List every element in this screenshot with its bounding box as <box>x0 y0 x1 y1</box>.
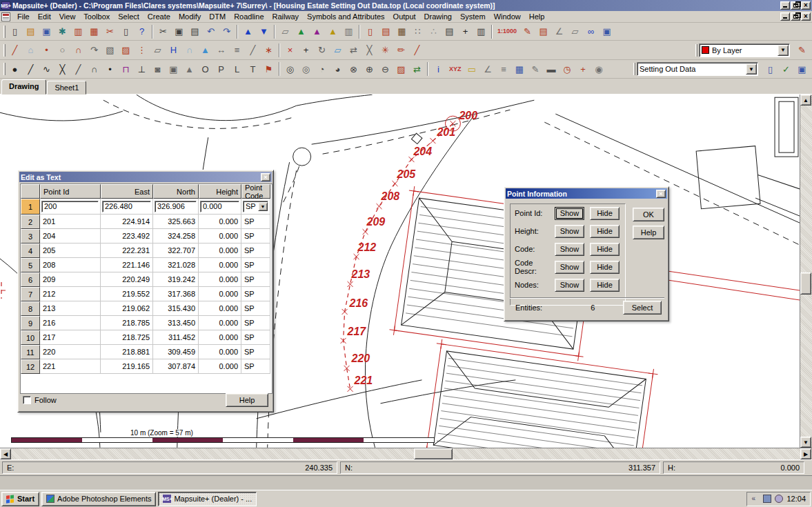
table-edit-icon[interactable]: ▥ <box>473 24 489 39</box>
cell-height[interactable]: 0.000 <box>199 330 241 345</box>
cell-point-id[interactable]: 205 <box>40 243 101 258</box>
pan-refresh-icon[interactable]: ⇄ <box>409 62 425 77</box>
polygon-icon[interactable]: ⌂ <box>23 43 39 57</box>
snap-perp-icon[interactable]: ⊥ <box>134 62 150 77</box>
pen-check-icon[interactable]: ✓ <box>778 62 794 77</box>
tray-network-icon[interactable] <box>763 495 771 503</box>
snap-intersect-icon[interactable]: ╳ <box>55 62 70 77</box>
delete-icon[interactable]: × <box>282 43 298 57</box>
letter-l-icon[interactable]: L <box>229 62 245 77</box>
dim-horizontal-icon[interactable]: ↔ <box>213 43 229 57</box>
scale-window-icon[interactable]: ▱ <box>330 43 346 57</box>
help-button[interactable]: Help <box>226 393 268 407</box>
zoom-dynamic-icon[interactable]: ◔ <box>314 62 330 77</box>
point-icon[interactable]: • <box>39 43 55 57</box>
cell-height[interactable]: 0.000 <box>199 258 241 272</box>
cell-height[interactable]: 0.000 <box>199 215 241 229</box>
cell-east[interactable]: 218.785 <box>101 316 153 330</box>
row-header-9[interactable]: 9 <box>21 316 40 330</box>
pen-line-icon[interactable]: ╱ <box>7 43 23 57</box>
vertical-scrollbar[interactable]: ▲ ▼ <box>800 95 812 448</box>
hide-button[interactable]: Hide <box>590 279 620 292</box>
cell-east[interactable]: 221.146 <box>101 258 153 272</box>
setting-out-line[interactable] <box>344 123 453 389</box>
cell-point-id[interactable]: 213 <box>40 301 101 316</box>
select-button[interactable]: Select <box>623 301 662 315</box>
help-icon[interactable]: ? <box>134 24 150 39</box>
clock-icon[interactable]: ◷ <box>560 62 575 77</box>
menu-roadline[interactable]: Roadline <box>230 12 268 21</box>
copy-attributes-icon[interactable]: ▱ <box>277 24 293 39</box>
paste-attributes-icon[interactable]: ▥ <box>341 24 357 39</box>
copy-parallel-icon[interactable]: ▱ <box>150 43 166 57</box>
dome-icon[interactable]: ∩ <box>181 43 197 57</box>
new-file-icon[interactable]: ▯ <box>7 24 23 39</box>
zoom-polygon-icon[interactable]: ◎ <box>298 62 314 77</box>
cell-height[interactable]: 0.000 <box>199 243 241 258</box>
measure-ruler-icon[interactable]: ▭ <box>464 62 480 77</box>
scale-1-1000-icon[interactable]: 1:1000 <box>495 24 519 39</box>
scroll-down-arrow[interactable]: ▼ <box>800 437 811 448</box>
sketch-pen-icon[interactable]: ✎ <box>528 62 544 77</box>
cell-code[interactable]: SP <box>241 272 270 287</box>
sort-up-icon[interactable]: ▲ <box>240 24 256 39</box>
tray-volume-icon[interactable] <box>775 495 783 503</box>
paste-icon[interactable]: ▤ <box>187 24 203 39</box>
row-header-4[interactable]: 4 <box>21 243 40 258</box>
cell-height[interactable]: 0.000 <box>199 229 241 243</box>
row-header-5[interactable]: 5 <box>21 258 40 272</box>
network-icon[interactable]: ⋮ <box>134 43 150 57</box>
binoculars-icon[interactable]: ∞ <box>583 24 599 39</box>
show-button[interactable]: Show <box>555 225 584 238</box>
row-header-12[interactable]: 12 <box>21 359 40 374</box>
snap-lock-icon[interactable]: ◙ <box>150 62 166 77</box>
save-run-icon[interactable]: ▣ <box>794 62 810 77</box>
dropper-pen-icon[interactable]: ✎ <box>794 43 810 57</box>
detach-icon[interactable]: ✂ <box>102 24 118 39</box>
cell-north[interactable]: 324.258 <box>153 229 199 243</box>
cell-north[interactable]: 309.459 <box>153 345 199 359</box>
snap-lock-2-icon[interactable]: ▣ <box>166 62 181 77</box>
export-file-icon[interactable]: ▦ <box>86 24 102 39</box>
offset-icon[interactable]: ⇄ <box>346 43 362 57</box>
snap-pair-icon[interactable]: ∿ <box>39 62 55 77</box>
snap-grid-icon[interactable]: ⊓ <box>118 62 134 77</box>
menu-window[interactable]: Window <box>490 12 525 21</box>
show-button[interactable]: Show <box>555 243 584 256</box>
page-36-icon[interactable]: ▱ <box>567 24 583 39</box>
scroll-right-arrow[interactable]: ▶ <box>800 448 811 459</box>
abacus-icon[interactable]: ▦ <box>394 24 410 39</box>
point-marker-201[interactable] <box>430 138 435 143</box>
cell-height[interactable]: 0.000 <box>199 272 241 287</box>
cell-code[interactable]: SP <box>241 243 270 258</box>
menu-toolbox[interactable]: Toolbox <box>79 12 114 21</box>
ladder-icon[interactable]: ≡ <box>229 43 245 57</box>
snap-flag-icon[interactable]: ⚑ <box>261 62 277 77</box>
menu-dtm[interactable]: DTM <box>205 12 230 21</box>
line-diagonal-icon[interactable]: ╱ <box>245 43 261 57</box>
cell-code[interactable]: SP <box>241 301 270 316</box>
hide-button[interactable]: Hide <box>590 243 620 256</box>
page-red-2-icon[interactable]: ▤ <box>378 24 394 39</box>
menu-modify[interactable]: Modify <box>175 12 205 21</box>
small-grids-icon[interactable]: ∷ <box>410 24 426 39</box>
plot-icon[interactable]: ✱ <box>55 24 70 39</box>
row-header-7[interactable]: 7 <box>21 287 40 301</box>
tab-sheet1[interactable]: Sheet1 <box>47 81 86 95</box>
cell-code[interactable]: SP <box>241 359 270 374</box>
cell-point-id[interactable]: 220 <box>40 345 101 359</box>
point-marker-205[interactable] <box>393 181 398 186</box>
layers-icon[interactable]: ≡ <box>496 62 512 77</box>
circle-icon[interactable]: ○ <box>55 43 70 57</box>
import-file-icon[interactable]: ▥ <box>70 24 86 39</box>
cell-point-id[interactable]: 212 <box>40 287 101 301</box>
row-header-2[interactable]: 2 <box>21 215 40 229</box>
open-folder-icon[interactable]: ▤ <box>23 24 39 39</box>
hide-button[interactable]: Hide <box>590 225 620 238</box>
mdi-close-button[interactable]: × <box>801 12 811 21</box>
scroll-left-arrow[interactable]: ◀ <box>0 448 11 459</box>
row-header-1[interactable]: 1 <box>21 199 40 215</box>
layer-magenta-icon[interactable]: ▲ <box>309 24 325 39</box>
horizontal-scrollbar[interactable]: ◀ ▶ <box>0 448 812 459</box>
cell-point-id[interactable]: 209 <box>40 272 101 287</box>
